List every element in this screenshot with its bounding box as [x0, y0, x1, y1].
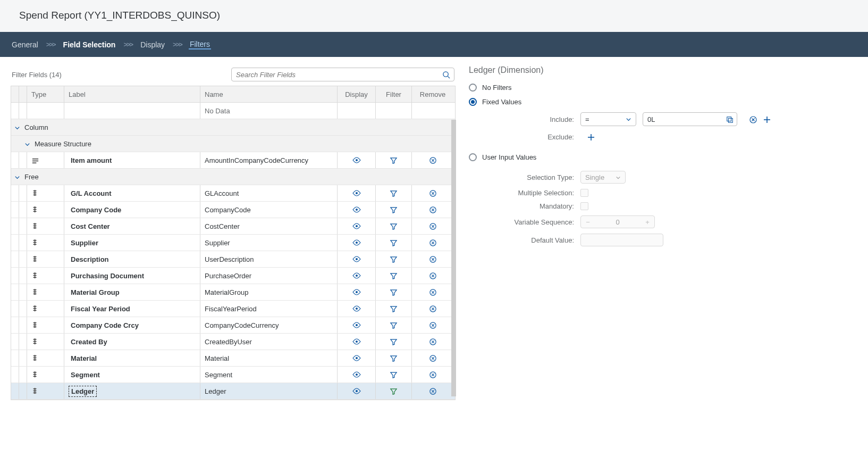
remove-icon[interactable] [429, 321, 437, 329]
filter-icon[interactable] [390, 238, 398, 247]
remove-icon[interactable] [429, 288, 437, 296]
group-row[interactable]: Free [11, 169, 455, 185]
row-label: Purchasing Document [69, 271, 146, 281]
value-help-icon[interactable] [726, 115, 734, 123]
value-input[interactable]: 0L [643, 112, 737, 126]
chevron-down-icon [626, 115, 631, 123]
col-display[interactable]: Display [338, 86, 376, 102]
radio-user-input[interactable]: User Input Values [469, 153, 852, 161]
filter-icon[interactable] [390, 288, 398, 296]
add-condition-icon[interactable] [763, 114, 771, 124]
radio-no-filters[interactable]: No Filters [469, 84, 852, 92]
filter-icon[interactable] [390, 189, 398, 197]
filter-icon[interactable] [390, 222, 398, 230]
filter-icon[interactable] [390, 271, 398, 280]
table-row[interactable]: Item amountAmountInCompanyCodeCurrency [11, 152, 455, 169]
radio-fixed-values[interactable]: Fixed Values [469, 98, 852, 106]
group-row[interactable]: Measure Structure [11, 136, 455, 152]
table-row[interactable]: Material GroupMaterialGroup [11, 284, 455, 301]
row-label: Supplier [69, 238, 100, 248]
col-name[interactable]: Name [200, 86, 338, 102]
add-exclude-icon[interactable] [587, 131, 595, 143]
table-row[interactable]: SegmentSegment [11, 367, 455, 383]
filter-icon[interactable] [390, 205, 398, 214]
display-toggle-icon[interactable] [352, 304, 361, 313]
dimension-icon [31, 271, 39, 280]
search-icon[interactable] [442, 70, 450, 79]
display-toggle-icon[interactable] [352, 189, 361, 198]
table-row[interactable]: Company Code CrcyCompanyCodeCurrency [11, 317, 455, 334]
row-name: FiscalYearPeriod [200, 301, 338, 317]
remove-icon[interactable] [429, 387, 437, 395]
display-toggle-icon[interactable] [352, 288, 361, 297]
nav-general[interactable]: General [11, 40, 39, 49]
filter-icon[interactable] [390, 337, 398, 346]
remove-icon[interactable] [429, 156, 437, 164]
remove-icon[interactable] [429, 271, 437, 280]
table-row[interactable]: SupplierSupplier [11, 235, 455, 251]
display-toggle-icon[interactable] [352, 222, 361, 231]
display-toggle-icon[interactable] [352, 354, 361, 363]
filter-icon[interactable] [390, 354, 398, 362]
chevron-down-icon[interactable] [14, 173, 20, 181]
remove-icon[interactable] [429, 255, 437, 263]
wizard-nav: General >>> Field Selection >>> Display … [0, 32, 868, 57]
table-row[interactable]: LedgerLedger [11, 383, 455, 400]
row-name: PurchaseOrder [200, 268, 338, 284]
remove-icon[interactable] [429, 337, 437, 346]
filter-icon[interactable] [390, 304, 398, 313]
remove-icon[interactable] [429, 370, 437, 379]
remove-icon[interactable] [429, 304, 437, 313]
remove-condition-icon[interactable] [749, 114, 757, 124]
display-toggle-icon[interactable] [352, 271, 361, 280]
filter-icon[interactable] [390, 156, 398, 164]
remove-icon[interactable] [429, 238, 437, 247]
col-remove[interactable]: Remove [412, 86, 453, 102]
table-row[interactable]: Purchasing DocumentPurchaseOrder [11, 268, 455, 284]
filter-icon[interactable] [390, 255, 398, 263]
col-label[interactable]: Label [64, 86, 200, 102]
chevron-down-icon [616, 173, 621, 181]
table-row[interactable]: MaterialMaterial [11, 350, 455, 367]
dimension-icon [31, 370, 39, 379]
group-row[interactable]: Column [11, 119, 455, 136]
row-name: MaterialGroup [200, 284, 338, 300]
filter-icon[interactable] [390, 370, 398, 379]
display-toggle-icon[interactable] [352, 387, 361, 396]
search-input[interactable] [231, 68, 454, 81]
remove-icon[interactable] [429, 222, 437, 230]
row-label: Company Code [69, 205, 123, 215]
remove-icon[interactable] [429, 205, 437, 214]
table-row[interactable]: Cost CenterCostCenter [11, 218, 455, 235]
chevron-down-icon[interactable] [14, 123, 20, 131]
remove-icon[interactable] [429, 189, 437, 197]
dimension-icon [31, 255, 39, 263]
table-row[interactable]: Created ByCreatedByUser [11, 334, 455, 350]
no-data-row: No Data [11, 103, 455, 119]
chevron-down-icon[interactable] [24, 140, 30, 148]
table-row[interactable]: G/L AccountGLAccount [11, 185, 455, 202]
display-toggle-icon[interactable] [352, 238, 361, 247]
display-toggle-icon[interactable] [352, 321, 361, 330]
display-toggle-icon[interactable] [352, 156, 361, 165]
display-toggle-icon[interactable] [352, 370, 361, 379]
mandatory-label: Mandatory: [469, 202, 580, 210]
nav-filters[interactable]: Filters [189, 40, 211, 49]
scrollbar[interactable] [451, 120, 456, 396]
display-toggle-icon[interactable] [352, 337, 361, 346]
display-toggle-icon[interactable] [352, 255, 361, 264]
operator-select[interactable]: = [580, 112, 636, 126]
row-name: Supplier [200, 235, 338, 251]
filter-icon[interactable] [390, 387, 398, 395]
row-name: CompanyCodeCurrency [200, 317, 338, 333]
col-filter[interactable]: Filter [376, 86, 412, 102]
table-row[interactable]: DescriptionUserDescription [11, 251, 455, 268]
col-type[interactable]: Type [27, 86, 64, 102]
filter-icon[interactable] [390, 321, 398, 329]
remove-icon[interactable] [429, 354, 437, 362]
nav-display[interactable]: Display [139, 40, 166, 49]
table-row[interactable]: Fiscal Year PeriodFiscalYearPeriod [11, 301, 455, 317]
table-row[interactable]: Company CodeCompanyCode [11, 202, 455, 218]
nav-field-selection[interactable]: Field Selection [62, 40, 117, 49]
display-toggle-icon[interactable] [352, 205, 361, 214]
